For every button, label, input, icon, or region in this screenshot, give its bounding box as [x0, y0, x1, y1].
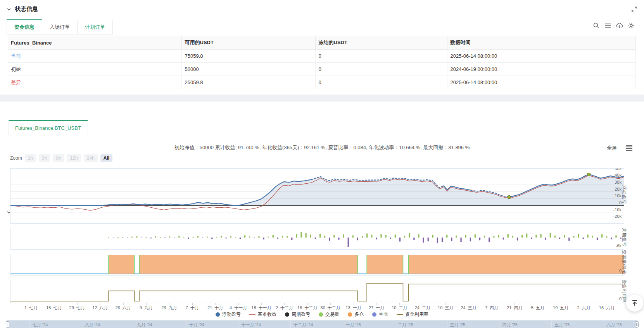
navigator-label: 二月 '25: [398, 322, 413, 328]
zoom-24h-button: 24h: [84, 154, 98, 162]
chart-position[interactable]: 0: [10, 254, 624, 276]
x-axis-label: 16. 六月: [599, 305, 615, 311]
x-axis-label: 26. 八月: [115, 305, 131, 311]
legend-marker-icon: [285, 312, 289, 317]
zoom-controls: Zoom 1h 3h 8h 12h 24h All: [10, 154, 112, 162]
legend-label: 浮动盈亏: [222, 311, 241, 318]
initial-label: 初始: [8, 63, 181, 76]
legend-marker-icon: [348, 312, 352, 317]
tab-symbol[interactable]: Futures_Binance.BTC_USDT: [9, 120, 88, 135]
diff-label: 差异: [11, 79, 21, 85]
svg-text:50k: 50k: [615, 169, 622, 171]
legend-marker-icon: [372, 312, 376, 317]
legend-marker-icon: [216, 312, 220, 317]
navigator-separator: [82, 321, 82, 328]
legend-item-基准收益[interactable]: 基准收益: [249, 311, 276, 318]
navigator-separator: [499, 321, 499, 328]
navigator-label: 八月 '24: [85, 322, 100, 328]
table-row-current: 当前 75059.8 0 2025-06-14 08:00:00: [8, 50, 636, 63]
x-axis-label: 2. 十二月: [276, 305, 293, 311]
navigator-label: 五月 '25: [554, 322, 570, 328]
navigator-separator: [343, 321, 343, 328]
x-axis-label: 21. 四月: [507, 305, 522, 311]
hamburger-icon[interactable]: [626, 144, 632, 152]
x-axis: 1. 七月15. 七月29. 七月12. 八月26. 八月9. 九月23. 九月…: [10, 303, 624, 311]
legend-item-浮动盈亏[interactable]: 浮动盈亏: [216, 311, 241, 318]
range-navigator[interactable]: 七月 '24八月 '24九月 '24十月 '24十一月 '24十二月 '24一月…: [7, 320, 637, 328]
zoom-8h-button: 8h: [53, 154, 64, 162]
expand-arrows-icon[interactable]: [631, 6, 637, 14]
yaxis-title-position: 交易量/持仓: [621, 250, 627, 274]
tab-fund-info[interactable]: 资金信息: [7, 19, 42, 34]
legend-label: 周期盈亏: [292, 311, 310, 318]
x-axis-label: 18. 十一月: [251, 305, 271, 311]
cell-available: 75059.8: [181, 50, 315, 63]
status-section-title: 状态信息: [15, 5, 38, 13]
search-icon[interactable]: [593, 22, 600, 29]
legend-marker-icon: [397, 314, 403, 315]
x-axis-label: 21. 十月: [207, 305, 223, 311]
chart-floating-pnl[interactable]: 50k40k30k20k10k0-10k-20k: [10, 168, 624, 224]
tab-planned-orders[interactable]: 计划订单: [77, 19, 113, 34]
page: 状态信息 资金信息 入场订单 计划订单: [0, 0, 644, 329]
svg-text:-20k: -20k: [613, 214, 622, 219]
x-axis-label: 19. 五月: [553, 305, 568, 311]
navigator-separator: [395, 321, 395, 328]
x-axis-label: 24. 二月: [415, 305, 430, 311]
status-card-header: 状态信息: [6, 5, 38, 13]
legend-item-周期盈亏[interactable]: 周期盈亏: [285, 311, 310, 318]
x-axis-label: 7. 四月: [485, 305, 498, 311]
table-row-diff: 差异 25059.8 0 2025-06-14 08:00:00: [8, 76, 636, 89]
legend-label: 基准收益: [258, 311, 276, 318]
x-axis-label: 1. 七月: [24, 305, 38, 311]
legend-item-多仓[interactable]: 多仓: [348, 311, 364, 318]
back-to-top-button[interactable]: [626, 295, 643, 312]
navigator-separator: [551, 321, 552, 328]
table-row-initial: 初始 50000 0 2024-06-19 00:00:00: [8, 63, 636, 76]
x-axis-label: 29. 七月: [69, 305, 85, 311]
legend-label: 交易量: [325, 311, 339, 318]
list-icon[interactable]: [604, 22, 611, 29]
yaxis-title-utilization: 资金利用率: [621, 279, 627, 303]
zoom-label: Zoom: [10, 155, 22, 161]
gear-icon[interactable]: [628, 22, 635, 29]
chart-period-pnl[interactable]: -6k: [10, 227, 624, 250]
navigator-right-handle[interactable]: [635, 321, 639, 327]
status-toolbar: [593, 22, 635, 29]
chevron-down-icon[interactable]: [6, 7, 12, 12]
navigator-separator: [186, 321, 186, 328]
x-axis-label: 7. 十月: [186, 305, 199, 311]
cell-time: 2025-06-14 08:00:00: [447, 50, 636, 63]
cell-time: 2025-06-14 08:00:00: [447, 76, 636, 89]
x-axis-label: 15. 七月: [46, 305, 62, 311]
cell-available: 50000: [181, 63, 315, 76]
svg-text:-10k: -10k: [613, 207, 622, 212]
legend-item-交易量[interactable]: 交易量: [319, 311, 339, 318]
cell-available: 25059.8: [181, 76, 315, 89]
col-account: Futures_Binance: [8, 36, 181, 50]
current-link[interactable]: 当前: [11, 53, 21, 59]
fullscreen-button[interactable]: 全屏: [607, 145, 617, 152]
x-axis-label: 10. 二月: [392, 305, 407, 311]
x-axis-label: 24. 三月: [461, 305, 476, 311]
cloud-download-icon[interactable]: [616, 22, 623, 29]
legend-item-资金利用率[interactable]: 资金利用率: [397, 311, 428, 318]
col-data-time: 数据时间: [447, 36, 636, 50]
stats-line: 初始净值：50000 累计收益: 91.740 %, 年化收益(365天)：92…: [0, 144, 644, 151]
x-axis-label: 27. 一月: [369, 305, 384, 311]
chart-utilization[interactable]: 0: [10, 280, 624, 303]
navigator-label: 十月 '24: [189, 322, 204, 328]
navigator-label: 九月 '24: [137, 322, 152, 328]
zoom-all-button[interactable]: All: [100, 154, 112, 162]
navigator-separator: [290, 321, 291, 328]
navigator-separator: [604, 321, 604, 328]
legend-item-空仓[interactable]: 空仓: [372, 311, 388, 318]
col-frozen-usdt: 冻结的USDT: [315, 36, 447, 50]
zoom-3h-button: 3h: [39, 154, 50, 162]
cell-frozen: 0: [315, 63, 447, 76]
navigator-separator: [134, 321, 134, 328]
tab-entry-orders[interactable]: 入场订单: [42, 19, 78, 34]
col-available-usdt: 可用的USDT: [181, 36, 315, 50]
navigator-left-handle[interactable]: [6, 321, 9, 327]
navigator-label: 六月 '25: [607, 322, 622, 328]
